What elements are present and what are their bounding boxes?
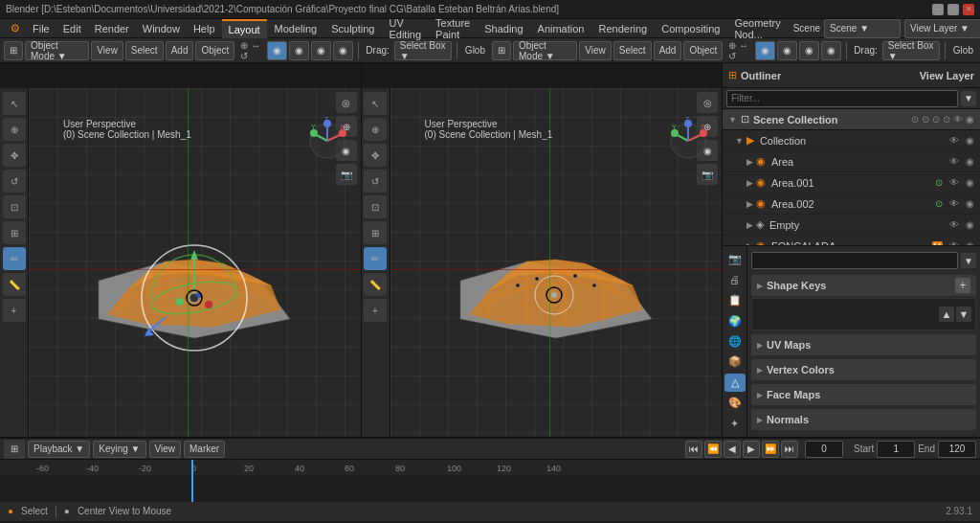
- tool-cursor[interactable]: ⊕: [3, 118, 26, 141]
- prop-icon-mesh[interactable]: △: [724, 374, 746, 392]
- view-menu[interactable]: View: [149, 441, 182, 458]
- tab-geometry-nodes[interactable]: Geometry Nod...: [727, 19, 787, 38]
- outliner-item-area002[interactable]: ▶ ◉ Area.002 ⊙ 👁 ◉: [723, 193, 980, 215]
- tab-rendering[interactable]: Rendering: [591, 19, 654, 38]
- timeline-track-area[interactable]: [0, 475, 980, 502]
- tool-add[interactable]: +: [3, 299, 26, 322]
- tool-move[interactable]: ✥: [3, 144, 26, 167]
- minimize-button[interactable]: ─: [932, 4, 944, 15]
- maximize-button[interactable]: □: [947, 4, 959, 15]
- timeline-cursor[interactable]: [191, 460, 193, 502]
- prop-icon-output[interactable]: 🖨: [724, 270, 746, 288]
- menu-window[interactable]: Window: [136, 19, 187, 38]
- viewport-shading-left[interactable]: ◉: [267, 41, 287, 60]
- tool-transform-r[interactable]: ⊞: [364, 221, 387, 244]
- playback-menu[interactable]: Playback ▼: [28, 441, 90, 458]
- outliner-item-collection[interactable]: ▼ ▶ Collection 👁 ◉: [723, 130, 980, 151]
- empty-eye[interactable]: 👁: [947, 218, 961, 232]
- timeline-editor-icon[interactable]: ⊞: [4, 440, 25, 459]
- current-frame-input[interactable]: [805, 441, 843, 458]
- tab-modeling[interactable]: Modeling: [268, 19, 324, 38]
- viewport-shading2[interactable]: ◉: [289, 41, 309, 60]
- viewport-right[interactable]: ↖ ⊕ ✥ ↺ ⊡ ⊞ ✏ 📏 +: [362, 63, 723, 437]
- tab-animation[interactable]: Animation: [531, 19, 591, 38]
- tool-scale-r[interactable]: ⊡: [364, 195, 387, 218]
- tool-measure-r[interactable]: 📏: [364, 273, 387, 296]
- outliner-filter-btn[interactable]: ▼: [961, 91, 976, 106]
- tool-rotate[interactable]: ↺: [3, 170, 26, 193]
- tool-select-r[interactable]: ↖: [364, 92, 387, 115]
- viewport-left-canvas[interactable]: User Perspective (0) Scene Collection | …: [29, 88, 361, 437]
- tool-scale[interactable]: ⊡: [3, 195, 26, 218]
- editor-type-button-right[interactable]: ⊞: [492, 41, 511, 60]
- viewport-shading-right[interactable]: ◉: [755, 41, 775, 60]
- play-btn[interactable]: ▶: [743, 441, 760, 458]
- outliner-item-empty[interactable]: ▶ ◈ Empty 👁 ◉: [723, 215, 980, 236]
- props-search-input[interactable]: [751, 252, 958, 269]
- viewport-shading3[interactable]: ◉: [311, 41, 331, 60]
- prop-icon-view-layer[interactable]: 📋: [724, 291, 746, 309]
- viewport-shading4[interactable]: ◉: [333, 41, 353, 60]
- start-frame-input[interactable]: [877, 441, 915, 458]
- viewport-shading-r2[interactable]: ◉: [777, 41, 797, 60]
- select-menu-right[interactable]: Select: [613, 41, 652, 60]
- area001-cam[interactable]: ◉: [963, 176, 976, 190]
- vp-overlay-btn[interactable]: ◎: [336, 92, 357, 113]
- view-layer-dropdown[interactable]: View Layer ▼: [904, 19, 980, 38]
- prop-icon-scene[interactable]: 🌍: [724, 311, 746, 330]
- face-maps-header[interactable]: ▶ Face Maps: [751, 384, 976, 405]
- shape-keys-header[interactable]: ▶ Shape Keys +: [751, 275, 976, 296]
- collection-eye[interactable]: 👁: [947, 134, 961, 148]
- tool-rotate-r[interactable]: ↺: [364, 170, 387, 193]
- step-forward-btn[interactable]: ⏩: [762, 441, 779, 458]
- tool-move-r[interactable]: ✥: [364, 144, 387, 167]
- shape-keys-scroll-down[interactable]: ▼: [956, 307, 971, 322]
- add-menu-left[interactable]: Add: [166, 41, 194, 60]
- menu-help[interactable]: Help: [187, 19, 222, 38]
- tab-sculpting[interactable]: Sculpting: [324, 19, 381, 38]
- editor-type-button[interactable]: ⊞: [4, 41, 23, 60]
- outliner-item-area001[interactable]: ▶ ◉ Area.001 ⊙ 👁 ◉: [723, 172, 980, 193]
- outliner-item-area[interactable]: ▶ ◉ Area 👁 ◉: [723, 151, 980, 172]
- vp-overlay-btn-r[interactable]: ◎: [697, 92, 718, 113]
- marker-menu[interactable]: Marker: [184, 441, 225, 458]
- prop-icon-render[interactable]: 📷: [724, 250, 746, 268]
- vertex-colors-header[interactable]: ▶ Vertex Colors: [751, 359, 976, 380]
- area-cam[interactable]: ◉: [963, 155, 976, 169]
- tab-uv-editing[interactable]: UV Editing: [382, 19, 428, 38]
- prop-icon-object[interactable]: 📦: [724, 352, 746, 371]
- object-mode-dropdown-left[interactable]: Object Mode ▼: [25, 41, 89, 60]
- tab-layout[interactable]: Layout: [222, 19, 267, 38]
- prop-icon-particles[interactable]: ✦: [724, 415, 746, 433]
- tool-add-r[interactable]: +: [364, 299, 387, 322]
- prop-icon-material[interactable]: 🎨: [724, 394, 746, 412]
- play-reverse-btn[interactable]: ◀: [724, 441, 741, 458]
- select-menu-left[interactable]: Select: [125, 41, 164, 60]
- shape-keys-add-btn[interactable]: +: [955, 278, 970, 293]
- keying-menu[interactable]: Keying ▼: [93, 441, 145, 458]
- jump-end-btn[interactable]: ⏭: [781, 441, 798, 458]
- uv-maps-header[interactable]: ▶ UV Maps: [751, 334, 976, 355]
- area002-eye[interactable]: 👁: [947, 197, 961, 211]
- props-filter-btn[interactable]: ▼: [961, 253, 976, 268]
- tool-transform[interactable]: ⊞: [3, 221, 26, 244]
- drag-select-box[interactable]: Select Box ▼: [394, 41, 452, 60]
- area002-cam[interactable]: ◉: [963, 197, 976, 211]
- object-menu-right[interactable]: Object: [683, 41, 723, 60]
- empty-cam[interactable]: ◉: [963, 218, 976, 232]
- viewport-left[interactable]: ↖ ⊕ ✥ ↺ ⊡ ⊞ ✏ 📏 +: [0, 63, 362, 437]
- scene-dropdown[interactable]: Scene ▼: [824, 19, 901, 38]
- close-button[interactable]: ✕: [963, 4, 974, 15]
- timeline-track[interactable]: -60 -40 -20 0 20 40 60 80 100 120 140: [0, 460, 980, 502]
- tool-annotate[interactable]: ✏: [3, 247, 26, 270]
- collection-cam[interactable]: ◉: [963, 134, 976, 148]
- tool-cursor-r[interactable]: ⊕: [364, 118, 387, 141]
- viewport-right-canvas[interactable]: User Perspective (0) Scene Collection | …: [390, 88, 723, 437]
- menu-render[interactable]: Render: [88, 19, 136, 38]
- menu-edit[interactable]: Edit: [56, 19, 88, 38]
- tool-measure[interactable]: 📏: [3, 273, 26, 296]
- vp-camera-btn[interactable]: 📷: [336, 164, 357, 185]
- tool-select[interactable]: ↖: [3, 92, 26, 115]
- object-mode-dropdown-right[interactable]: Object Mode ▼: [513, 41, 577, 60]
- tab-compositing[interactable]: Compositing: [655, 19, 726, 38]
